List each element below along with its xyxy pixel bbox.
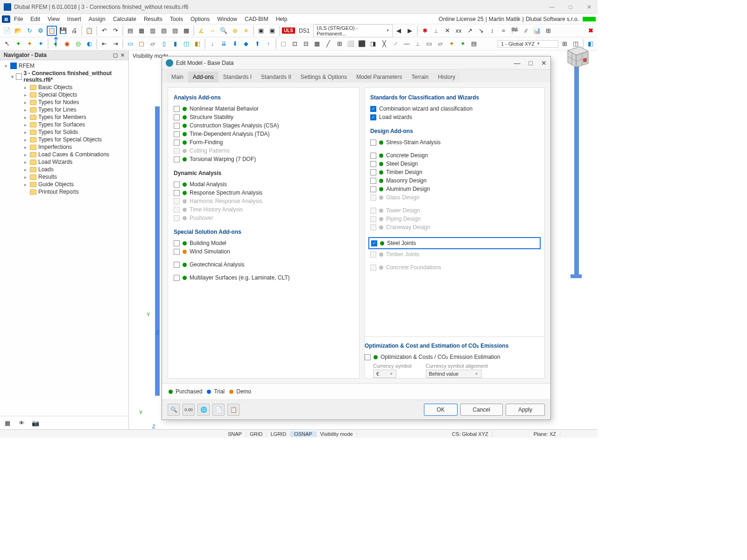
addon-row[interactable]: Timber Design (370, 168, 539, 176)
tree-item[interactable]: Printout Reports (23, 188, 127, 196)
redo-icon[interactable]: ↷ (110, 26, 120, 36)
addon-checkbox[interactable] (174, 131, 180, 137)
sect6-icon[interactable]: ◫ (181, 39, 191, 49)
node3-icon[interactable]: ◎ (73, 39, 83, 49)
addon-checkbox[interactable] (174, 114, 180, 120)
tab-model-parameters[interactable]: Model Parameters (352, 71, 407, 83)
tree-project[interactable]: ▾ 3 - Connections finished_without resul… (10, 70, 127, 84)
menu-calculate[interactable]: Calculate (109, 15, 140, 23)
sel2-icon[interactable]: ⊡ (289, 39, 300, 49)
lgrid-toggle[interactable]: LGRID (267, 431, 290, 437)
coord-system-combo[interactable]: 1 - Global XYZ▼ (498, 40, 558, 48)
view-cube-widget[interactable] (561, 42, 591, 72)
addon-row[interactable]: Modal Analysis (174, 180, 353, 189)
node1-icon[interactable]: ● (50, 39, 61, 49)
standard-row[interactable]: ✓Combination wizard and classification (370, 105, 539, 113)
tab-standards-i[interactable]: Standards I (218, 71, 256, 83)
visibility-toggle[interactable]: Visibility mode (317, 431, 357, 437)
tree-item[interactable]: ▸Types for Nodes (23, 98, 127, 106)
load6-icon[interactable]: ↑ (263, 39, 274, 49)
footer-search-icon[interactable]: 🔍 (168, 404, 180, 416)
load2-icon[interactable]: ⇊ (218, 39, 229, 49)
addon-checkbox[interactable] (174, 123, 180, 129)
tree-item[interactable]: ▸Guide Objects (23, 181, 127, 188)
addon-row[interactable]: Multilayer Surfaces (e.g. Laminate, CLT) (174, 273, 353, 282)
menu-view[interactable]: View (44, 15, 63, 23)
minimize-button[interactable]: — (547, 4, 557, 10)
addon-checkbox[interactable] (174, 190, 180, 196)
res5-icon[interactable]: ↗ (465, 26, 475, 36)
tree-item[interactable]: ▸Loads (23, 166, 127, 173)
table3-icon[interactable]: ▥ (148, 26, 158, 36)
addon-checkbox[interactable] (370, 169, 376, 175)
footer-copy-icon[interactable]: 📋 (227, 404, 240, 416)
open-icon[interactable]: 📂 (13, 26, 23, 36)
print-icon[interactable]: 🖨 (69, 26, 79, 36)
osnap-toggle[interactable]: OSNAP (290, 431, 317, 437)
sel12-icon[interactable]: ― (402, 39, 412, 49)
navigator-tree[interactable]: ▾ RFEM ▾ 3 - Connections finished_withou… (0, 60, 128, 416)
app-menu-icon[interactable]: ▦ (2, 15, 10, 23)
addon-row[interactable]: Form-Finding (174, 138, 353, 147)
addon-checkbox[interactable] (370, 153, 376, 159)
sel5-icon[interactable]: ╱ (323, 39, 333, 49)
measure1-icon[interactable]: ∡ (196, 26, 206, 36)
addon-checkbox[interactable] (174, 106, 180, 112)
table5-icon[interactable]: ▨ (170, 26, 180, 36)
sel15-icon[interactable]: ▱ (435, 39, 445, 49)
tree-item[interactable]: ▸Load Wizards (23, 158, 127, 166)
star2-icon[interactable]: ✦ (24, 39, 35, 49)
cancel-button[interactable]: Cancel (460, 404, 503, 416)
apply-button[interactable]: Apply (506, 404, 545, 416)
addon-checkbox[interactable] (174, 275, 180, 281)
addon-row[interactable]: Construction Stages Analysis (CSA) (174, 121, 353, 130)
menu-window[interactable]: Window (213, 15, 241, 23)
addon-row[interactable]: Time-Dependent Analysis (TDA) (174, 130, 353, 138)
addon-checkbox[interactable] (370, 161, 376, 167)
optimization-checkbox-row[interactable]: Optimization & Costs / CO₂ Emission Esti… (365, 353, 544, 361)
sel17-icon[interactable]: ✦ (458, 39, 468, 49)
zoom-icon[interactable]: 🔍 (218, 26, 229, 36)
addon-checkbox[interactable] (370, 140, 376, 146)
res8-icon[interactable]: ≈ (498, 26, 508, 36)
star3-icon[interactable]: ✦ (35, 39, 46, 49)
menu-insert[interactable]: Insert (63, 15, 85, 23)
tree-item[interactable]: ▸Types for Solids (23, 128, 127, 136)
undo-icon[interactable]: ↶ (99, 26, 109, 36)
tree-item[interactable]: ▸Special Objects (23, 91, 127, 98)
grid-toggle[interactable]: GRID (246, 431, 267, 437)
addon-row[interactable]: Geotechnical Analysis (174, 260, 353, 269)
dialog-maximize-icon[interactable]: □ (529, 59, 533, 67)
addon-row[interactable]: Nonlinear Material Behavior (174, 105, 353, 113)
delete-icon[interactable]: ✖ (585, 26, 596, 36)
table4-icon[interactable]: ▧ (159, 26, 169, 36)
load-case-combo[interactable]: ULS (STR/GEO) - Permanent...▼ (313, 24, 393, 37)
sel6-icon[interactable]: ⊞ (334, 39, 345, 49)
tree-item[interactable]: ▸Results (23, 173, 127, 181)
res4-icon[interactable]: xx (453, 26, 464, 36)
optimization-checkbox[interactable] (365, 354, 371, 360)
addon-checkbox[interactable] (174, 140, 180, 146)
table1-icon[interactable]: ▤ (125, 26, 135, 36)
sel1-icon[interactable]: ⬚ (278, 39, 289, 49)
star1-icon[interactable]: ✦ (13, 39, 23, 49)
sect5-icon[interactable]: ▮ (170, 39, 180, 49)
tab-history[interactable]: History (433, 71, 460, 83)
menu-options[interactable]: Options (187, 15, 213, 23)
menu-assign[interactable]: Assign (85, 15, 109, 23)
tree-item[interactable]: ▸Load Cases & Combinations (23, 151, 127, 158)
footer-units-icon[interactable]: 0.00 (183, 404, 195, 416)
sel7-icon[interactable]: ⬜ (345, 39, 356, 49)
addon-checkbox[interactable]: ✓ (371, 240, 377, 246)
nav-eye-icon[interactable]: 👁 (16, 418, 27, 427)
sel8-icon[interactable]: ⬛ (357, 39, 367, 49)
sel9-icon[interactable]: ◨ (368, 39, 378, 49)
sect1-icon[interactable]: ▭ (125, 39, 135, 49)
menu-file[interactable]: File (10, 15, 27, 23)
load5-icon[interactable]: ⬆ (252, 39, 262, 49)
load4-icon[interactable]: ◆ (241, 39, 251, 49)
nav-camera-icon[interactable]: 📷 (30, 418, 41, 427)
addon-row[interactable]: Torsional Warping (7 DOF) (174, 155, 353, 163)
new-icon[interactable]: 📄 (2, 26, 12, 36)
sel11-icon[interactable]: ⟋ (390, 39, 401, 49)
